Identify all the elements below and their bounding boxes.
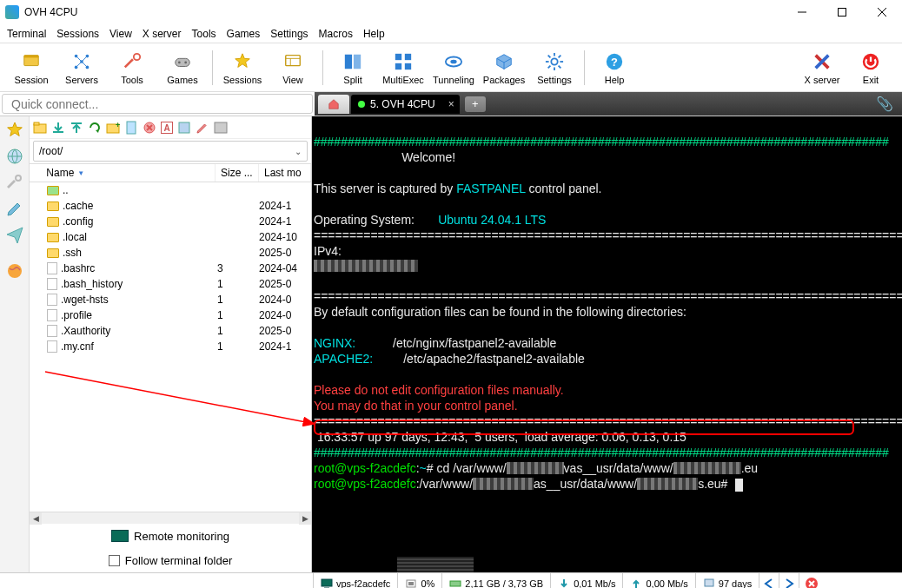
tool-servers[interactable]: Servers xyxy=(57,44,106,91)
edit-icon[interactable] xyxy=(177,121,191,135)
chevron-down-icon[interactable]: ⌄ xyxy=(295,147,302,156)
new-folder-icon[interactable]: + xyxy=(106,121,120,135)
tool-settings[interactable]: Settings xyxy=(530,44,579,91)
terminal-hscroll[interactable] xyxy=(312,557,902,572)
pen2-icon[interactable] xyxy=(196,121,209,135)
file-row[interactable]: .cache2024-1 xyxy=(30,198,311,214)
toggle-a-icon[interactable]: A xyxy=(161,122,173,134)
folder-icon xyxy=(47,248,59,258)
pen-icon[interactable] xyxy=(6,200,23,217)
file-name: .. xyxy=(63,184,69,196)
main-toolbar: Session Servers Tools Games Sessions Vie… xyxy=(0,43,902,92)
file-row[interactable]: .ssh2025-0 xyxy=(30,245,311,261)
file-row[interactable]: .wget-hsts12024-0 xyxy=(30,292,311,307)
menu-sessions[interactable]: Sessions xyxy=(56,28,99,40)
redacted-path-1a xyxy=(507,462,564,474)
paperclip-icon[interactable]: 📎 xyxy=(876,96,902,112)
close-button[interactable] xyxy=(862,0,902,24)
refresh-icon[interactable] xyxy=(88,121,102,135)
tool-packages[interactable]: Packages xyxy=(480,44,528,91)
file-row[interactable]: .profile12024-0 xyxy=(30,307,311,323)
file-name: .bashrc xyxy=(61,262,95,274)
column-modified[interactable]: Last mo xyxy=(259,164,311,182)
status-nav-right[interactable] xyxy=(779,573,799,588)
window-controls xyxy=(782,0,902,24)
terminal-small-icon[interactable] xyxy=(214,121,228,135)
menu-tools[interactable]: Tools xyxy=(192,28,216,40)
status-nav-left[interactable] xyxy=(759,573,779,588)
annotation-highlight-box xyxy=(314,420,854,435)
clock-icon xyxy=(703,578,715,589)
svg-point-15 xyxy=(134,53,140,59)
star-icon[interactable] xyxy=(6,122,23,139)
file-modified: 2024-10 xyxy=(259,231,311,243)
menu-help[interactable]: Help xyxy=(363,28,385,40)
tab-name: OVH 4CPU xyxy=(381,98,434,110)
svg-rect-22 xyxy=(345,54,352,69)
title-bar: OVH 4CPU xyxy=(0,0,902,24)
wrench-icon[interactable] xyxy=(6,174,23,191)
svg-line-14 xyxy=(82,62,87,67)
maximize-button[interactable] xyxy=(822,0,862,24)
tool-multiexec[interactable]: MultiExec xyxy=(379,44,428,91)
status-close[interactable] xyxy=(799,573,824,588)
folder-icon[interactable] xyxy=(33,121,47,135)
menu-settings[interactable]: Settings xyxy=(270,28,308,40)
file-row[interactable]: .bashrc32024-04 xyxy=(30,261,311,276)
folder-icon xyxy=(47,217,59,227)
tool-xserver[interactable]: X server xyxy=(798,44,846,91)
tool-view[interactable]: View xyxy=(269,44,317,91)
quick-connect-input[interactable] xyxy=(2,94,313,114)
terminal[interactable]: ########################################… xyxy=(312,116,902,572)
status-memory: 2,11 GB / 3,73 GB xyxy=(441,573,550,588)
column-name[interactable]: Name▼ xyxy=(30,164,216,182)
tool-sessions[interactable]: Sessions xyxy=(218,44,267,91)
file-row[interactable]: .my.cnf12024-1 xyxy=(30,339,311,354)
minimize-button[interactable] xyxy=(782,0,822,24)
svg-rect-64 xyxy=(408,582,414,585)
file-icon xyxy=(47,278,57,290)
delete-icon[interactable] xyxy=(143,121,156,135)
tab-new-button[interactable]: + xyxy=(465,96,486,112)
file-row[interactable]: .local2024-10 xyxy=(30,229,311,245)
file-name: .bash_history xyxy=(61,278,123,290)
file-row[interactable]: .. xyxy=(30,182,311,198)
new-file-icon[interactable] xyxy=(124,121,138,135)
sftp-path-input[interactable]: /root/⌄ xyxy=(33,141,308,162)
tool-tunneling[interactable]: Tunneling xyxy=(429,44,478,91)
menu-games[interactable]: Games xyxy=(227,28,261,40)
file-row[interactable]: .bash_history12025-0 xyxy=(30,276,311,292)
globe-icon[interactable] xyxy=(6,148,23,165)
remote-monitoring-button[interactable]: Remote monitoring xyxy=(30,524,311,548)
menu-terminal[interactable]: Terminal xyxy=(7,28,46,40)
sidebar-hscroll[interactable]: ◀▶ xyxy=(30,512,311,524)
menu-macros[interactable]: Macros xyxy=(319,28,353,40)
upload-icon[interactable] xyxy=(70,121,83,135)
svg-rect-23 xyxy=(354,54,361,69)
svg-line-13 xyxy=(76,62,82,67)
file-modified: 2024-1 xyxy=(259,200,311,212)
tool-split[interactable]: Split xyxy=(328,44,377,91)
tool-exit[interactable]: Exit xyxy=(846,44,895,91)
svg-rect-16 xyxy=(176,58,190,66)
tool-session[interactable]: Session xyxy=(7,44,56,91)
earth-icon[interactable] xyxy=(6,262,23,280)
svg-text:?: ? xyxy=(611,55,618,68)
tool-tools[interactable]: Tools xyxy=(108,44,156,91)
file-row[interactable]: .config2024-1 xyxy=(30,214,311,229)
tab-home[interactable] xyxy=(318,95,349,114)
tab-close-button[interactable]: × xyxy=(448,98,454,110)
sftp-path-value: /root/ xyxy=(39,145,63,157)
column-size[interactable]: Size ... xyxy=(216,164,259,182)
follow-terminal-checkbox[interactable]: Follow terminal folder xyxy=(30,548,311,572)
download-icon[interactable] xyxy=(51,121,65,135)
menu-xserver[interactable]: X server xyxy=(143,28,182,40)
file-row[interactable]: .Xauthority12025-0 xyxy=(30,323,311,339)
menu-view[interactable]: View xyxy=(109,28,132,40)
window-title: OVH 4CPU xyxy=(24,6,77,18)
tool-help[interactable]: ?Help xyxy=(590,44,639,91)
tool-games[interactable]: Games xyxy=(158,44,207,91)
file-name: .Xauthority xyxy=(61,325,110,337)
tab-active-session[interactable]: 5. OVH 4CPU × xyxy=(351,95,460,114)
send-icon[interactable] xyxy=(6,226,23,243)
